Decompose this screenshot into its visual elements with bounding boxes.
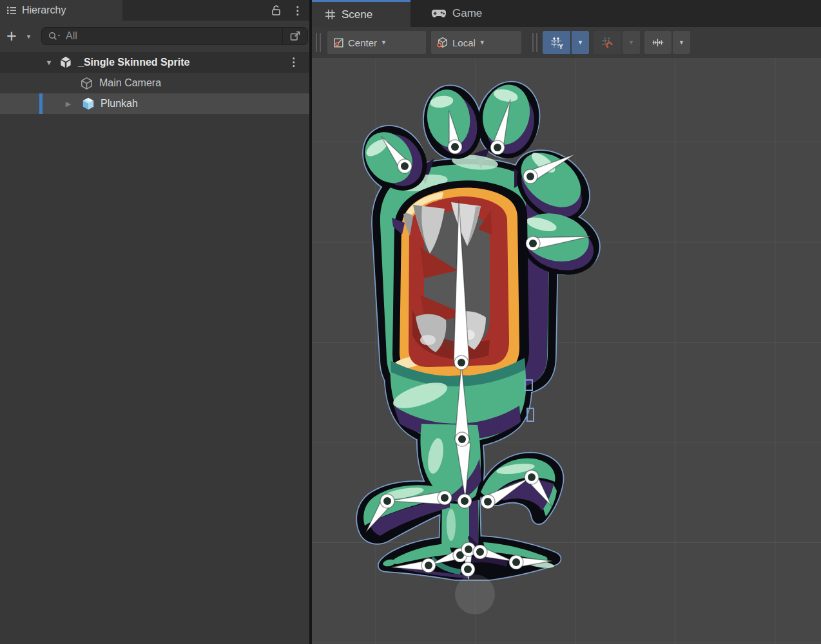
hierarchy-row-scene[interactable]: ▼ _Single Skinned Sprite ⋮ bbox=[0, 52, 309, 73]
toolbar-drag-handle-2[interactable] bbox=[532, 33, 539, 52]
search-icon[interactable] bbox=[42, 31, 66, 41]
rotation-mode-dropdown[interactable]: Local ▼ bbox=[431, 31, 521, 54]
hierarchy-row-plunkah[interactable]: ▶ Plunkah bbox=[0, 93, 309, 114]
grid-visibility-toggle[interactable]: Y bbox=[543, 31, 570, 54]
grid-caret-icon: ▼ bbox=[577, 39, 583, 46]
foldout-collapsed-icon[interactable]: ▶ bbox=[63, 100, 73, 108]
hierarchy-row-main-camera[interactable]: Main Camera bbox=[0, 73, 309, 93]
search-input[interactable] bbox=[66, 30, 282, 42]
hierarchy-panel: Hierarchy ⋮ + ▼ bbox=[0, 0, 309, 644]
pivot-center-icon bbox=[333, 37, 344, 48]
hierarchy-actions: ⋮ bbox=[271, 0, 303, 21]
local-space-icon bbox=[437, 37, 449, 48]
rotation-mode-label: Local bbox=[452, 37, 476, 48]
add-object-button[interactable]: + bbox=[6, 24, 17, 48]
pivot-caret-icon: ▼ bbox=[381, 39, 387, 46]
hierarchy-tabstrip: Hierarchy ⋮ bbox=[0, 0, 309, 21]
scene-grid-icon bbox=[325, 9, 336, 20]
prefab-model-icon bbox=[81, 97, 95, 111]
scene-tab-label: Scene bbox=[342, 8, 372, 21]
game-tab-label: Game bbox=[452, 7, 482, 20]
snap-increment-caret[interactable]: ▼ bbox=[673, 31, 690, 54]
tab-game[interactable]: Game bbox=[418, 0, 496, 27]
scene-panel: Scene Game bbox=[312, 0, 821, 644]
pick-window-icon[interactable] bbox=[282, 28, 307, 44]
hierarchy-tree: ▼ _Single Skinned Sprite ⋮ bbox=[0, 52, 309, 114]
grid-y-axis-icon: Y bbox=[550, 37, 563, 49]
snap-caret-icon: ▼ bbox=[628, 39, 634, 46]
ruler-caret-icon: ▼ bbox=[679, 39, 684, 46]
scene-menu-icon[interactable]: ⋮ bbox=[288, 57, 299, 68]
grid-snapping-toggle[interactable] bbox=[594, 31, 621, 54]
sprite-pivot-circle[interactable] bbox=[455, 574, 495, 614]
tab-hierarchy[interactable]: Hierarchy bbox=[0, 0, 122, 21]
hierarchy-menu-icon[interactable]: ⋮ bbox=[292, 5, 303, 16]
hierarchy-list-icon bbox=[6, 6, 17, 15]
unity-scene-icon bbox=[59, 56, 72, 69]
scene-tabstrip: Scene Game bbox=[312, 0, 821, 27]
scene-viewport[interactable] bbox=[312, 58, 821, 644]
add-object-caret-icon[interactable]: ▼ bbox=[26, 33, 32, 40]
tab-scene[interactable]: Scene bbox=[312, 0, 410, 27]
grid-visibility-caret[interactable]: ▼ bbox=[572, 31, 589, 54]
snap-increment-button[interactable] bbox=[644, 31, 671, 54]
gamepad-icon bbox=[431, 9, 447, 19]
scene-name-label: _Single Skinned Sprite bbox=[78, 57, 189, 68]
camera-label: Main Camera bbox=[99, 77, 161, 89]
prefab-override-bar bbox=[39, 93, 43, 114]
hierarchy-search bbox=[41, 27, 308, 45]
ruler-icon bbox=[652, 37, 664, 48]
hierarchy-tab-label: Hierarchy bbox=[22, 5, 66, 16]
foldout-expanded-icon[interactable]: ▼ bbox=[44, 59, 54, 66]
pivot-mode-label: Center bbox=[348, 37, 377, 48]
snap-magnet-icon bbox=[601, 37, 613, 49]
camera-object-icon bbox=[80, 77, 93, 90]
grid-axis-label: Y bbox=[559, 43, 563, 50]
unlock-icon[interactable] bbox=[271, 5, 282, 16]
pivot-mode-dropdown[interactable]: Center ▼ bbox=[327, 31, 426, 54]
plunkah-label: Plunkah bbox=[101, 98, 138, 109]
scene-toolbar: Center ▼ Local ▼ bbox=[312, 27, 821, 58]
rotation-caret-icon: ▼ bbox=[479, 39, 485, 46]
unity-editor: Hierarchy ⋮ + ▼ bbox=[0, 0, 821, 644]
hierarchy-toolbar: + ▼ bbox=[0, 21, 309, 52]
toolbar-drag-handle[interactable] bbox=[316, 33, 322, 52]
grid-snapping-caret[interactable]: ▼ bbox=[623, 31, 640, 54]
